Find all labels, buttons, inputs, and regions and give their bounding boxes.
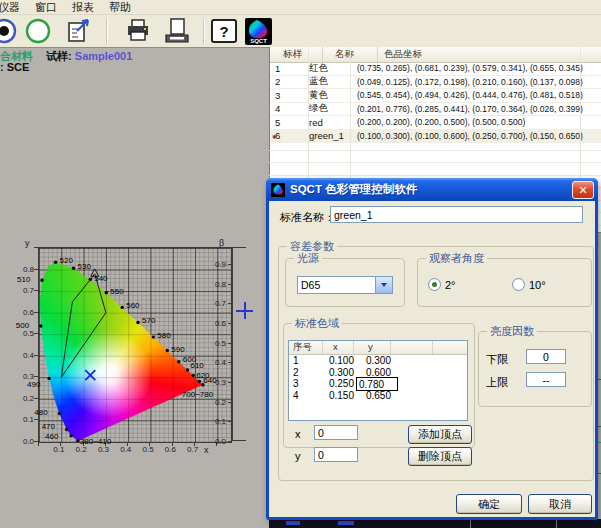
vertex-row[interactable]: 40.1500.650 [289,390,467,402]
col-header-coords[interactable]: 色品坐标 [378,47,601,62]
observer-2deg-radio[interactable]: 2° [428,278,456,291]
wavelength-dot [47,377,50,380]
menu-item[interactable]: 仪器 [0,0,28,15]
chevron-down-icon[interactable] [375,277,392,293]
y-tick-label: 0.1 [18,415,34,424]
help-icon[interactable]: ? [209,16,239,46]
wavelength-label: 700~780 [182,390,213,399]
menu-item[interactable]: 报表 [64,0,102,15]
wavelength-label: 570 [142,316,155,325]
vertex-x: 0.250 [323,378,354,389]
x-coord-input[interactable]: 0 [314,425,358,440]
menu-item[interactable]: 窗口 [27,0,65,15]
observer-10deg-radio[interactable]: 10° [512,278,546,291]
wavelength-dot [58,412,61,415]
menu-item[interactable]: 帮助 [101,0,139,15]
wavelength-label: 610 [190,361,203,370]
x-axis-label: x [204,445,209,455]
light-source-value: D65 [298,277,375,293]
report-icon[interactable] [63,16,93,46]
standard-name-label: 标准名称： [280,210,335,225]
beta-axis-label: β [219,238,224,248]
table-row[interactable]: 4绿色(0.201, 0.776), (0.285, 0.441), (0.17… [270,103,601,117]
cancel-button[interactable]: 取消 [528,494,592,514]
table-row[interactable]: 3黄色(0.545, 0.454), (0.494, 0.426), (0.44… [270,89,601,103]
x-tick-label: 0.2 [76,445,87,454]
wavelength-label: 540 [94,274,107,283]
cell-name: red [309,117,351,128]
y-tick-label: 0.4 [18,351,34,360]
y-coord-input[interactable]: 0 [314,447,358,462]
cell-name: 红色 [309,62,351,75]
wavelength-dot [177,360,180,363]
measure-sample-icon[interactable] [23,16,53,46]
observer-2deg-label: 2° [445,279,456,291]
radio-dot [428,278,441,291]
beta-tick-label: 0.8 [210,280,226,289]
wavelength-label: 560 [126,301,139,310]
x-axis-ticks [38,442,231,446]
vertex-row[interactable]: 10.1000.300 [289,355,467,367]
x-tick-label: 0.1 [53,445,64,454]
print-icon[interactable] [123,16,153,46]
chromaticity-diagram [38,247,232,443]
toolbar-separator [203,18,205,44]
table-row[interactable]: 5red(0.200, 0.200), (0.200, 0.500), (0.5… [270,116,601,130]
ok-button[interactable]: 确定 [456,494,522,514]
wavelength-dot [69,434,72,437]
svg-text:?: ? [219,23,228,40]
lower-limit-input[interactable]: 0 [526,349,566,364]
wavelength-dot [152,335,155,338]
app-window: 仪器窗口报表帮助 ? [0,0,601,528]
cell-name: 绿色 [309,102,351,115]
cell-coords: (0.735, 0.265), (0.681, 0.239), (0.579, … [351,63,601,73]
close-icon[interactable]: ✕ [572,181,594,199]
measure-standard-icon[interactable] [0,16,19,46]
vertex-list[interactable]: 序号 x y 10.1000.30020.3000.60030.2500.780… [288,340,468,421]
vertex-list-header: 序号 x y [289,341,467,355]
wavelength-dot [65,428,68,431]
y-tick-label: 0.7 [18,286,34,295]
light-source-select[interactable]: D65 [297,276,393,294]
luminance-factor-group-label: 亮度因数 [487,324,537,339]
y-tick-label: 0.0 [18,437,34,446]
toolbar-separator [106,18,108,44]
x-tick-label: 0.3 [98,445,109,454]
vertex-row[interactable]: 30.2500.780 [289,378,467,390]
table-row[interactable]: 1红色(0.735, 0.265), (0.681, 0.239), (0.57… [270,62,601,76]
vertex-col-x: x [323,341,354,354]
vertex-x: 0.300 [323,367,354,378]
standard-edit-dialog: SQCT 色彩管理控制软件 ✕ 标准名称： green_1 容差参数 光源 D6… [266,178,598,520]
lower-limit-label: 下限 [486,352,508,367]
light-source-group-label: 光源 [294,251,322,266]
radio-dot [512,278,525,291]
wavelength-dot [166,349,169,352]
add-vertex-button[interactable]: 添加顶点 [408,425,472,444]
cell-standard-no: 2 [270,76,309,87]
wavelength-dot [40,279,43,282]
beta-tick-label: 0.5 [210,339,226,348]
cell-coords: (0.545, 0.454), (0.494, 0.426), (0.444, … [351,90,601,100]
y-axis-label: y [25,238,30,248]
vertex-y: 0.300 [354,355,391,366]
table-row[interactable]: 2蓝色(0.049, 0.125), (0.172, 0.198), (0.21… [270,76,601,90]
beta-tick-label: 0.1 [210,417,226,426]
dialog-title-bar[interactable]: SQCT 色彩管理控制软件 ✕ [266,178,598,201]
wavelength-label: 590 [171,345,184,354]
beta-tick-label: 0.2 [210,398,226,407]
vertex-x: 0.100 [323,355,354,366]
upper-limit-input[interactable]: -- [526,372,566,387]
vertex-no: 3 [289,378,323,389]
sqct-logo-icon[interactable]: SQCT [243,16,273,46]
wavelength-label: 380~410 [80,437,111,446]
cell-coords: (0.201, 0.776), (0.285, 0.441), (0.170, … [351,104,601,114]
x-tick-label: 0.7 [187,445,198,454]
standard-name-input[interactable]: green_1 [330,206,583,223]
print-out-icon[interactable] [162,16,192,46]
beta-axis-cap [232,440,246,441]
delete-vertex-button[interactable]: 删除顶点 [408,447,472,466]
dialog-sqct-icon [271,183,285,197]
col-header-standard[interactable]: 标样 [270,47,323,62]
y-tick-label: 0.6 [18,308,34,317]
vertex-no: 1 [289,355,323,366]
